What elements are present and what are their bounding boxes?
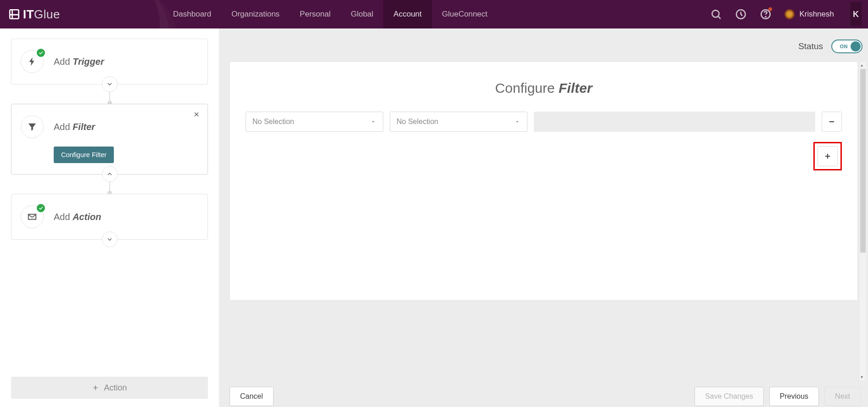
- caret-down-icon: [370, 119, 376, 125]
- next-button[interactable]: Next: [824, 387, 861, 406]
- user-menu[interactable]: Krishnesh: [784, 9, 834, 19]
- nav-link-global[interactable]: Global: [341, 0, 383, 28]
- remove-step-button[interactable]: [193, 111, 200, 120]
- nav-link-personal[interactable]: Personal: [290, 0, 341, 28]
- step-title: Add Filter: [54, 122, 95, 132]
- step-title: Add Action: [54, 212, 101, 222]
- scroll-thumb[interactable]: [860, 69, 866, 253]
- add-action-button[interactable]: Action: [11, 377, 208, 399]
- remove-filter-row-button[interactable]: [822, 112, 842, 132]
- step-title: Add Trigger: [54, 57, 104, 67]
- nav-link-account[interactable]: Account: [383, 0, 431, 28]
- filter-field-value: No Selection: [252, 118, 294, 126]
- top-nav: ITGlue Dashboard Organizations Personal …: [0, 0, 868, 28]
- caret-down-icon: [514, 119, 521, 125]
- search-icon[interactable]: [710, 8, 722, 20]
- app-logo[interactable]: ITGlue: [0, 7, 71, 22]
- user-name: Krishnesh: [799, 10, 834, 19]
- nav-right: Krishnesh K: [710, 2, 868, 26]
- panel-title: Configure Filter: [246, 80, 842, 96]
- svg-point-4: [766, 17, 766, 17]
- workflow-column: Add Trigger Add Filter Configure Filte: [0, 28, 219, 407]
- workflow-step-action[interactable]: Add Action: [11, 194, 208, 240]
- footer-buttons: Cancel Save Changes Previous Next: [219, 380, 868, 407]
- add-action-label: Action: [104, 383, 127, 393]
- configure-filter-panel: Configure Filter No Selection No Selecti…: [230, 62, 858, 300]
- status-toggle[interactable]: ON: [831, 40, 862, 53]
- help-icon[interactable]: [760, 8, 772, 20]
- filter-field-select[interactable]: No Selection: [246, 112, 383, 132]
- workflow-step-filter[interactable]: Add Filter Configure Filter: [11, 104, 208, 175]
- logo-text-glue: Glue: [34, 7, 60, 21]
- highlight-annotation: [813, 142, 842, 170]
- recent-icon[interactable]: [735, 8, 747, 20]
- k-badge[interactable]: K: [850, 2, 862, 26]
- status-toggle-text: ON: [840, 44, 848, 49]
- scrollbar[interactable]: ▴ ▾: [859, 62, 866, 380]
- nav-link-glueconnect[interactable]: GlueConnect: [432, 0, 498, 28]
- filter-operator-value: No Selection: [397, 118, 438, 126]
- status-row: Status ON: [219, 28, 868, 56]
- avatar: [784, 9, 795, 19]
- cancel-button[interactable]: Cancel: [230, 387, 274, 406]
- filter-row: No Selection No Selection: [246, 112, 842, 132]
- check-icon: [37, 49, 45, 57]
- workflow-step-trigger[interactable]: Add Trigger: [11, 39, 208, 85]
- envelope-icon: [21, 205, 44, 228]
- expand-step-button[interactable]: [102, 76, 118, 92]
- toggle-knob-icon: [851, 41, 861, 51]
- content-column: Status ON Configure Filter No Selection: [219, 28, 868, 407]
- scroll-up-icon: ▴: [861, 62, 863, 68]
- bolt-icon: [21, 50, 44, 73]
- save-changes-button[interactable]: Save Changes: [694, 387, 764, 406]
- nav-link-dashboard[interactable]: Dashboard: [163, 0, 221, 28]
- svg-point-1: [712, 10, 719, 17]
- filter-value-input[interactable]: [534, 112, 815, 132]
- add-filter-row-button[interactable]: [818, 146, 838, 166]
- minus-icon: [828, 118, 836, 126]
- nav-link-organizations[interactable]: Organizations: [221, 0, 290, 28]
- funnel-icon: [21, 115, 44, 138]
- check-icon: [37, 204, 45, 212]
- configure-filter-button[interactable]: Configure Filter: [54, 147, 114, 163]
- previous-button[interactable]: Previous: [769, 387, 819, 406]
- nav-links: Dashboard Organizations Personal Global …: [163, 0, 498, 28]
- logo-text-it: IT: [23, 7, 34, 21]
- collapse-step-button[interactable]: [102, 166, 118, 182]
- status-label: Status: [798, 41, 823, 51]
- plus-icon: [823, 152, 832, 160]
- expand-step-button[interactable]: [102, 232, 118, 247]
- scroll-down-icon: ▾: [861, 374, 863, 379]
- filter-operator-select[interactable]: No Selection: [390, 112, 527, 132]
- page: Add Trigger Add Filter Configure Filte: [0, 28, 868, 407]
